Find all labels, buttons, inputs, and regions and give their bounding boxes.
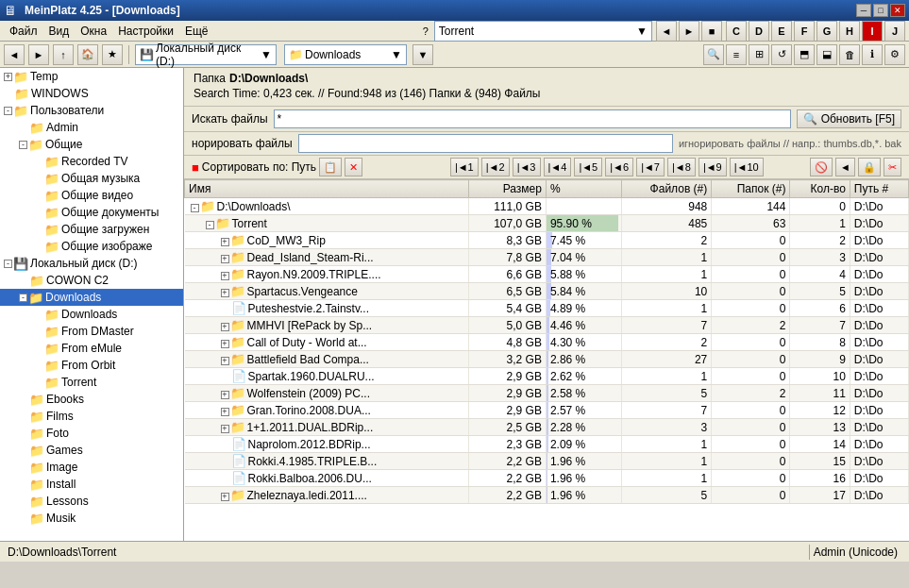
table-row[interactable]: 📄Rokki.4.1985.TRIPLE.B...2,2 GB1.96 %101…: [185, 453, 909, 470]
tree-item-26[interactable]: 📁Musik: [0, 510, 183, 527]
sort-x[interactable]: ✂: [884, 158, 901, 176]
tb-btn-next[interactable]: ►: [679, 21, 699, 42]
menu-view[interactable]: Вид: [43, 23, 76, 40]
tree-item-4[interactable]: -📁Общие: [0, 136, 183, 153]
col-count[interactable]: Кол-во: [790, 180, 850, 198]
search-input[interactable]: [274, 109, 792, 128]
table-row[interactable]: +📁Spartacus.Vengeance6,5 GB5.84 %1005D:\…: [185, 283, 909, 300]
tree-item-14[interactable]: 📁Downloads: [0, 306, 183, 323]
sort-left[interactable]: ◄: [835, 158, 855, 176]
sort-6[interactable]: |◄6: [605, 158, 633, 176]
tb-list[interactable]: ≡: [726, 44, 747, 65]
tree-item-24[interactable]: 📁Install: [0, 476, 183, 493]
sort-5[interactable]: |◄5: [574, 158, 602, 176]
tree-item-3[interactable]: 📁Admin: [0, 119, 183, 136]
table-row[interactable]: +📁1+1.2011.DUAL.BDRip...2,5 GB2.28 %3013…: [185, 419, 909, 436]
tb-drive-g[interactable]: G: [816, 21, 837, 42]
expand-icon-2[interactable]: -: [4, 107, 12, 115]
tree-pane[interactable]: +📁Temp📁WINDOWS-📁Пользователи📁Admin-📁Общи…: [0, 68, 184, 541]
table-row[interactable]: -📁D:\Downloads\111,0 GB9481440D:\Do: [185, 198, 909, 215]
table-row[interactable]: +📁CoD_MW3_Rip8,3 GB7.45 %202D:\Do: [185, 232, 909, 249]
drive-combo[interactable]: 💾 Локальный диск (D:) ▼: [135, 44, 277, 65]
col-pct[interactable]: %: [546, 180, 621, 198]
sort-7[interactable]: |◄7: [636, 158, 665, 176]
folder-combo[interactable]: 📁 Downloads ▼: [284, 44, 407, 65]
tb-drive-e[interactable]: E: [771, 21, 792, 42]
tree-item-9[interactable]: 📁Общие загружен: [0, 221, 183, 238]
tree-item-25[interactable]: 📁Lessons: [0, 493, 183, 510]
tb-combo-arrow[interactable]: ▼: [412, 44, 433, 65]
tree-item-2[interactable]: -📁Пользователи: [0, 102, 183, 119]
row-expand-9[interactable]: +: [221, 357, 229, 365]
tree-item-18[interactable]: 📁Torrent: [0, 374, 183, 391]
tb-drive-c[interactable]: C: [726, 21, 747, 42]
tb-delete[interactable]: 🗑: [839, 44, 860, 65]
tb-home[interactable]: 🏠: [77, 44, 98, 65]
refresh-button[interactable]: 🔍 Обновить [F5]: [797, 109, 901, 128]
row-expand-7[interactable]: +: [221, 323, 229, 331]
table-row[interactable]: +📁Wolfenstein (2009) PC...2,9 GB2.58 %52…: [185, 385, 909, 402]
menu-more[interactable]: Ещё: [179, 23, 214, 40]
tree-item-21[interactable]: 📁Foto: [0, 425, 183, 442]
tb-details[interactable]: ⊞: [749, 44, 769, 65]
tree-item-11[interactable]: -💾Локальный диск (D:): [0, 255, 183, 272]
tree-item-17[interactable]: 📁From Orbit: [0, 357, 183, 374]
tree-item-1[interactable]: 📁WINDOWS: [0, 85, 183, 102]
expand-icon-4[interactable]: -: [19, 141, 27, 149]
ignore-input[interactable]: [298, 134, 673, 153]
tb-filter[interactable]: 🔍: [703, 44, 724, 65]
expand-icon-13[interactable]: -: [19, 294, 27, 302]
sort-path-btn[interactable]: 📋: [319, 158, 342, 176]
expand-icon-0[interactable]: +: [4, 73, 12, 81]
col-size[interactable]: Размер: [469, 180, 547, 198]
sort-del-btn[interactable]: ✕: [345, 158, 362, 176]
table-row[interactable]: 📄Rokki.Balboa.2006.DU...2,2 GB1.96 %1016…: [185, 470, 909, 487]
tree-item-10[interactable]: 📁Общие изображе: [0, 238, 183, 255]
sort-3[interactable]: |◄3: [513, 158, 541, 176]
col-path[interactable]: Путь #: [850, 180, 908, 198]
table-row[interactable]: 📄Spartak.1960.DUALRU...2,9 GB2.62 %1010D…: [185, 368, 909, 385]
table-row[interactable]: +📁Call of Duty - World at...4,8 GB4.30 %…: [185, 334, 909, 351]
sort-10[interactable]: |◄10: [730, 158, 764, 176]
tree-item-23[interactable]: 📁Image: [0, 459, 183, 476]
tree-item-5[interactable]: 📁Recorded TV: [0, 153, 183, 170]
row-expand-12[interactable]: +: [221, 408, 229, 416]
tree-item-16[interactable]: 📁From eMule: [0, 340, 183, 357]
tree-item-6[interactable]: 📁Общая музыка: [0, 170, 183, 187]
row-expand-8[interactable]: +: [221, 340, 229, 348]
row-expand-1[interactable]: -: [206, 221, 214, 229]
expand-icon-11[interactable]: -: [4, 260, 12, 268]
sort-8[interactable]: |◄8: [667, 158, 696, 176]
sort-9[interactable]: |◄9: [699, 158, 727, 176]
row-expand-11[interactable]: +: [221, 391, 229, 399]
minimize-button[interactable]: ─: [856, 4, 871, 17]
tree-item-13[interactable]: -📁Downloads: [0, 289, 183, 306]
close-button[interactable]: ✕: [890, 4, 905, 17]
table-row[interactable]: +📁Zheleznaya.ledi.2011....2,2 GB1.96 %50…: [185, 487, 909, 504]
tree-item-12[interactable]: 📁COWON C2: [0, 272, 183, 289]
tree-item-19[interactable]: 📁Ebooks: [0, 391, 183, 408]
table-row[interactable]: +📁Gran.Torino.2008.DUA...2,9 GB2.57 %701…: [185, 402, 909, 419]
tb-drive-i[interactable]: I: [862, 21, 883, 42]
row-expand-5[interactable]: +: [221, 289, 229, 297]
tb-drive-j[interactable]: J: [884, 21, 905, 42]
tb-paste[interactable]: ⬓: [816, 44, 837, 65]
menu-windows[interactable]: Окна: [75, 23, 112, 40]
tb-info[interactable]: ℹ: [862, 44, 883, 65]
row-expand-17[interactable]: +: [221, 493, 229, 501]
col-name[interactable]: Имя: [185, 180, 469, 198]
tb-btn-stop[interactable]: ■: [701, 21, 722, 42]
file-list-container[interactable]: Имя Размер % Файлов (#) Папок (#) Кол-во…: [184, 179, 909, 541]
tb-copy[interactable]: ⬒: [794, 44, 815, 65]
torrent-combo[interactable]: Torrent ▼: [434, 21, 652, 42]
col-files[interactable]: Файлов (#): [621, 180, 711, 198]
maximize-button[interactable]: □: [873, 4, 888, 17]
tb-drive-h[interactable]: H: [839, 21, 860, 42]
tree-item-0[interactable]: +📁Temp: [0, 68, 183, 85]
table-row[interactable]: 📄Puteshestvie.2.Tainstv...5,4 GB4.89 %10…: [185, 300, 909, 317]
tb-star[interactable]: ★: [102, 44, 123, 65]
tree-item-7[interactable]: 📁Общие видео: [0, 187, 183, 204]
sort-lock[interactable]: 🔒: [858, 158, 881, 176]
menu-file[interactable]: Файл: [4, 23, 43, 40]
tb-settings[interactable]: ⚙: [884, 44, 905, 65]
